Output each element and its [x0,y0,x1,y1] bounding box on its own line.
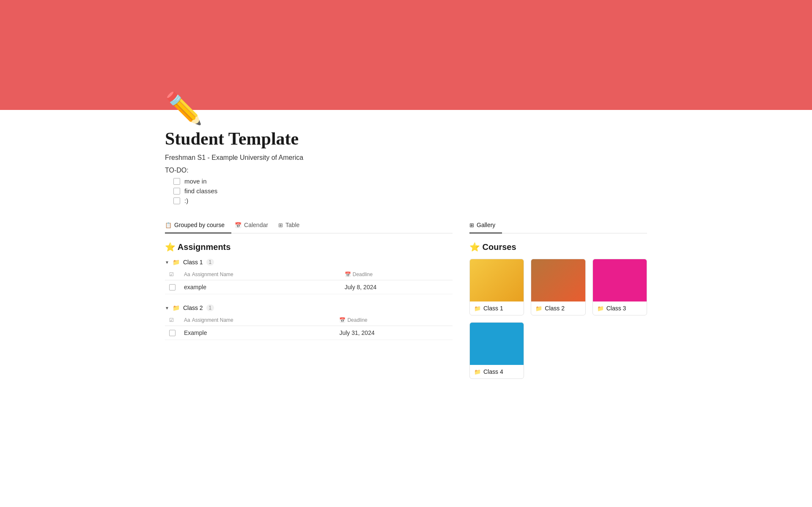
deadline-col-header-1: 📅 Deadline [340,269,453,280]
todo-section: TO-DO: move in find classes :) [165,167,647,204]
class-2-emoji: 📁 [173,304,180,311]
class-group-2: ▼ 📁 Class 2 1 ☑ [165,304,453,340]
card-4-label: 📁 Class 4 [470,365,524,378]
check-col-header-2: ☑ [165,315,180,326]
class-2-count: 1 [206,304,214,311]
right-panel: ⊞ Gallery ⭐ Courses 📁 Class 1 [469,218,647,379]
card-3-icon: 📁 [597,305,604,312]
page-icon: ✏️ [165,93,647,123]
table-row: example July 8, 2024 [165,280,453,294]
card-1-name: Class 1 [483,305,503,312]
todo-item-3[interactable]: :) [173,197,647,204]
todo-text-2: find classes [184,187,217,195]
table-icon: ⊞ [278,222,283,228]
class-group-1: ▼ 📁 Class 1 1 ☑ [165,259,453,294]
card-2-name: Class 2 [545,305,565,312]
class-2-table: ☑ Aa Assignment Name [165,315,453,340]
assignment-name-col-header-2: Aa Assignment Name [180,315,335,326]
class-2-name: Class 2 [183,304,203,311]
triangle-icon-1: ▼ [165,260,169,265]
todo-checkbox-2[interactable] [173,188,180,195]
class-1-emoji: 📁 [173,259,180,266]
class-1-count: 1 [206,259,214,266]
row-checkbox-1[interactable] [169,284,176,290]
card-1-icon: 📁 [474,305,481,312]
gallery-card-2[interactable]: 📁 Class 2 [531,259,585,315]
aa-icon-2: Aa [184,317,190,323]
calendar-icon: 📅 [235,222,241,228]
row-checkbox-2[interactable] [169,330,176,336]
todo-checkbox-1[interactable] [173,178,180,185]
card-2-icon: 📁 [535,305,542,312]
todo-text-1: move in [184,178,207,185]
calendar-icon-col-2: 📅 [339,317,346,323]
table-header-row-1: ☑ Aa Assignment Name [165,269,453,280]
card-3-image [593,259,647,301]
row-1-name[interactable]: example [180,280,340,294]
gallery-card-1[interactable]: 📁 Class 1 [469,259,524,315]
tab-grouped-label: Grouped by course [174,222,225,228]
courses-section-header: ⭐ Courses [469,242,647,252]
todo-item-1[interactable]: move in [173,178,647,185]
check-icon-1: ☑ [169,271,174,277]
todo-label: TO-DO: [165,167,647,174]
table-header-row-2: ☑ Aa Assignment Name [165,315,453,326]
table-row: Example July 31, 2024 [165,326,453,340]
card-3-label: 📁 Class 3 [593,301,647,315]
tab-table[interactable]: ⊞ Table [278,218,306,233]
courses-title: ⭐ Courses [469,242,516,252]
gallery-tab-icon: ⊞ [469,222,474,228]
calendar-icon-col-1: 📅 [345,271,351,277]
card-4-image [470,323,524,365]
gallery-tab-label: Gallery [477,222,495,228]
check-icon-2: ☑ [169,317,174,323]
row-1-check[interactable] [165,280,180,294]
row-2-check[interactable] [165,326,180,340]
assignments-section-header: ⭐ Assignments [165,242,453,252]
row-2-deadline: July 31, 2024 [335,326,453,340]
left-panel: 📋 Grouped by course 📅 Calendar ⊞ Table ⭐… [165,218,453,379]
page-title: Student Template [165,129,647,149]
todo-text-3: :) [184,197,188,204]
tabs-bar: 📋 Grouped by course 📅 Calendar ⊞ Table [165,218,453,233]
row-1-deadline: July 8, 2024 [340,280,453,294]
triangle-icon-2: ▼ [165,306,169,310]
class-1-name: Class 1 [183,259,203,266]
tab-calendar[interactable]: 📅 Calendar [235,218,275,233]
card-4-name: Class 4 [483,368,503,375]
assignments-title: ⭐ Assignments [165,242,230,252]
card-1-label: 📁 Class 1 [470,301,524,315]
gallery-grid: 📁 Class 1 📁 Class 2 📁 [469,259,647,379]
tab-gallery[interactable]: ⊞ Gallery [469,218,502,233]
grouped-icon: 📋 [165,222,172,228]
card-2-label: 📁 Class 2 [531,301,585,315]
tab-grouped-by-course[interactable]: 📋 Grouped by course [165,218,231,233]
assignment-name-col-header-1: Aa Assignment Name [180,269,340,280]
card-4-icon: 📁 [474,369,481,375]
card-2-image [531,259,585,301]
tab-calendar-label: Calendar [244,222,268,228]
tab-table-label: Table [285,222,299,228]
class-group-1-header[interactable]: ▼ 📁 Class 1 1 [165,259,453,266]
gallery-card-3[interactable]: 📁 Class 3 [593,259,647,315]
todo-item-2[interactable]: find classes [173,187,647,195]
right-tabs-bar: ⊞ Gallery [469,218,647,233]
todo-checkbox-3[interactable] [173,197,180,204]
class-group-2-header[interactable]: ▼ 📁 Class 2 1 [165,304,453,311]
page-subtitle: Freshman S1 - Example University of Amer… [165,154,647,162]
check-col-header-1: ☑ [165,269,180,280]
gallery-card-4[interactable]: 📁 Class 4 [469,322,524,379]
deadline-col-header-2: 📅 Deadline [335,315,453,326]
row-2-name[interactable]: Example [180,326,335,340]
aa-icon-1: Aa [184,271,190,277]
card-3-name: Class 3 [606,305,626,312]
card-1-image [470,259,524,301]
class-1-table: ☑ Aa Assignment Name [165,269,453,294]
main-layout: 📋 Grouped by course 📅 Calendar ⊞ Table ⭐… [165,218,647,379]
